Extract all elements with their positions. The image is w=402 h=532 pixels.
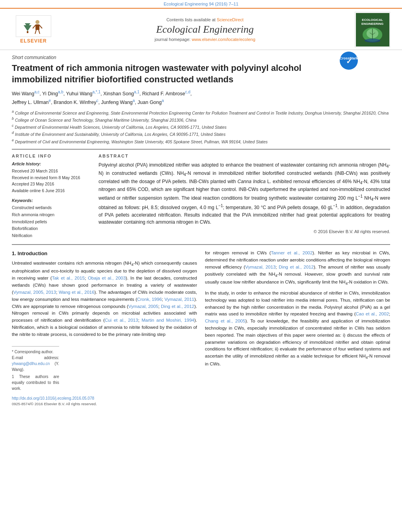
ref-tanner[interactable]: Tanner et al., 2002 bbox=[271, 250, 313, 255]
body-col-left: 1. Introduction Untreated wastewater con… bbox=[12, 250, 197, 407]
authors: Wei Wanga,c, Yi Dinga,b, Yuhui Wanga,*,1… bbox=[12, 89, 390, 106]
intro-title: 1. Introduction bbox=[12, 250, 197, 258]
article-info-abstract: ARTICLE INFO Article history: Received 2… bbox=[12, 149, 390, 239]
affiliation-a: a College of Environmental Science and E… bbox=[12, 109, 390, 116]
article-type: Short communication bbox=[12, 55, 390, 60]
elsevier-logo-svg bbox=[18, 17, 49, 35]
ref-tak[interactable]: Tak et al., 2015 bbox=[52, 276, 85, 280]
svg-rect-0 bbox=[20, 19, 47, 33]
footnote-corresponding: * Corresponding author. E-mail address: … bbox=[12, 349, 59, 373]
affiliations: a College of Environmental Science and E… bbox=[12, 109, 390, 145]
ref-vymazal-2013[interactable]: Vymazal, 2013 bbox=[245, 265, 275, 269]
affiliation-c: c Department of Environmental Health Sci… bbox=[12, 123, 390, 130]
ref-cui[interactable]: Cui et al., 2013 bbox=[105, 318, 138, 323]
sciencedirect-link: Contents lists available at ScienceDirec… bbox=[63, 17, 347, 22]
article-title: Treatment of rich ammonia nitrogen waste… bbox=[12, 63, 335, 85]
crossmark: CrossMark ✓ bbox=[339, 51, 359, 72]
affiliation-d: d Institute of the Environment and Susta… bbox=[12, 130, 390, 137]
journal-center: Contents lists available at ScienceDirec… bbox=[55, 17, 355, 42]
journal-top-bar: Ecological Engineering 94 (2016) 7–11 bbox=[0, 0, 402, 9]
ref-cronk[interactable]: Cronk, 1996 bbox=[137, 297, 162, 302]
body-section: 1. Introduction Untreated wastewater con… bbox=[12, 244, 390, 407]
article-info-label: ARTICLE INFO bbox=[12, 154, 91, 158]
svg-point-18 bbox=[365, 39, 380, 43]
history-online: Available online 6 June 2016 bbox=[12, 187, 91, 194]
svg-text:ECOLOGICAL: ECOLOGICAL bbox=[362, 18, 383, 22]
ref-cao[interactable]: Cao et al., 2002 bbox=[356, 311, 389, 316]
col-abstract: ABSTRACT Polyvinyl alcohol (PVA) immobil… bbox=[99, 154, 390, 239]
keywords-label: Keywords: bbox=[12, 198, 91, 203]
keyword-1: Constructed wetlands bbox=[12, 204, 91, 211]
svg-text:✓: ✓ bbox=[346, 57, 352, 65]
footnote-email[interactable]: yhwang@dlhu.edu.cn bbox=[12, 361, 50, 366]
affiliation-e: e Department of Civil and Environmental … bbox=[12, 138, 390, 145]
title-crossmark-row: Treatment of rich ammonia nitrogen waste… bbox=[12, 63, 390, 89]
ref-vymazal-2005[interactable]: Vymazal, 2005, 2013 bbox=[13, 290, 56, 295]
body-col-right: for nitrogen removal in CWs (Tanner et a… bbox=[205, 250, 390, 407]
ref-chang[interactable]: Chang et al., 2005 bbox=[205, 319, 245, 323]
footnote-equal: 1 These authors are equally contributed … bbox=[12, 374, 59, 391]
journal-header: ELSEVIER Contents lists available at Sci… bbox=[0, 9, 402, 50]
doi-link[interactable]: http://dx.doi.org/10.1016/j.ecoleng.2016… bbox=[12, 396, 94, 400]
intro-para-2: for nitrogen removal in CWs (Tanner et a… bbox=[205, 250, 390, 287]
doi-section: http://dx.doi.org/10.1016/j.ecoleng.2016… bbox=[12, 395, 197, 402]
page-wrapper: Ecological Engineering 94 (2016) 7–11 bbox=[0, 0, 402, 532]
keyword-5: Nitrification bbox=[12, 232, 91, 239]
ee-logo-svg: ECOLOGICAL ENGINEERING bbox=[356, 13, 389, 46]
elsevier-logo: ELSEVIER bbox=[12, 15, 55, 44]
history-revised: Received in revised form 8 May 2016 bbox=[12, 174, 91, 181]
copyright-text: © 2016 Elsevier B.V. All rights reserved… bbox=[99, 229, 390, 234]
abstract-text: Polyvinyl alcohol (PVA) immobilized nitr… bbox=[99, 161, 390, 226]
ref-vymazal-compounds[interactable]: Vymazal, 2005 bbox=[128, 304, 158, 309]
history-accepted: Accepted 23 May 2016 bbox=[12, 181, 91, 187]
journal-homepage-url[interactable]: www.elsevier.com/locate/ecoleng bbox=[192, 37, 255, 42]
svg-text:ENGINEERING: ENGINEERING bbox=[361, 22, 383, 26]
main-content: Short communication Treatment of rich am… bbox=[0, 50, 402, 415]
issn-text: 0925-8574/© 2016 Elsevier B.V. All right… bbox=[12, 401, 197, 407]
affiliation-b: b College of Ocean Science and Technolog… bbox=[12, 116, 390, 123]
keyword-2: Rich ammonia nitrogen bbox=[12, 211, 91, 219]
ref-wang[interactable]: Wang et al., 2016 bbox=[59, 290, 95, 295]
article-history: Article history: Received 20 March 2016 … bbox=[12, 161, 91, 194]
svg-point-4 bbox=[35, 20, 39, 24]
svg-rect-3 bbox=[27, 31, 28, 33]
elsevier-logo-box bbox=[16, 15, 51, 37]
journal-homepage: journal homepage: www.elsevier.com/locat… bbox=[63, 37, 347, 42]
footnote-section: * Corresponding author. E-mail address: … bbox=[12, 346, 59, 391]
history-received: Received 20 March 2016 bbox=[12, 168, 91, 174]
ecological-logo: ECOLOGICAL ENGINEERING bbox=[355, 12, 390, 47]
journal-title: Ecological Engineering bbox=[63, 24, 347, 35]
sciencedirect-url[interactable]: ScienceDirect bbox=[217, 17, 244, 22]
keyword-3: Immobilized pellets bbox=[12, 219, 91, 226]
history-label: Article history: bbox=[12, 161, 91, 166]
col-article-info: ARTICLE INFO Article history: Received 2… bbox=[12, 154, 91, 239]
abstract-label: ABSTRACT bbox=[99, 154, 390, 158]
ref-ding[interactable]: Ding et al., 2012 bbox=[161, 304, 194, 309]
svg-rect-5 bbox=[35, 24, 39, 30]
keywords-section: Keywords: Constructed wetlands Rich ammo… bbox=[12, 198, 91, 239]
ref-martin[interactable]: Martin and Moshiri, 1994 bbox=[141, 318, 194, 323]
elsevier-brand-name: ELSEVIER bbox=[20, 38, 47, 44]
footnote-email-label: E-mail address: bbox=[12, 356, 59, 360]
ref-ding-2012[interactable]: Ding et al., 2012 bbox=[279, 265, 314, 269]
ref-vymazal-2011[interactable]: Vymazal, 2011 bbox=[164, 297, 194, 302]
journal-citation: Ecological Engineering 94 (2016) 7–11 bbox=[164, 2, 238, 6]
ref-obaja[interactable]: Obaja et al., 2003 bbox=[88, 276, 126, 280]
intro-para-3: In the study, in order to enhance the mi… bbox=[205, 290, 390, 368]
intro-para-1: Untreated wastewater contains rich ammon… bbox=[12, 260, 197, 338]
keyword-4: Biofortification bbox=[12, 225, 91, 232]
